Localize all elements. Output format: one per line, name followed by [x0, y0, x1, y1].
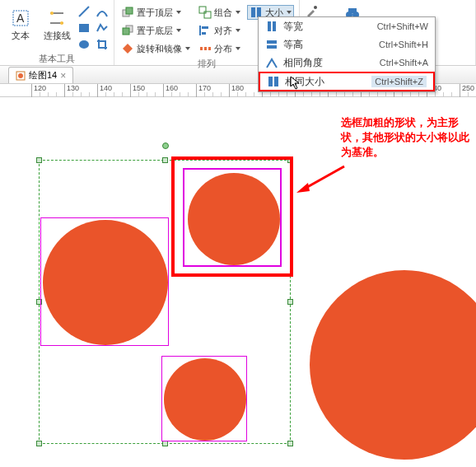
caret-icon	[236, 47, 240, 50]
group-button[interactable]: 组合	[197, 5, 242, 20]
size-dropdown-menu: 等宽 Ctrl+Shift+W 等高 Ctrl+Shift+H 相同角度 Ctr…	[258, 16, 436, 92]
equal-height-icon	[265, 38, 278, 51]
align-icon	[198, 24, 212, 37]
shape-3[interactable]	[161, 356, 247, 441]
svg-rect-28	[267, 40, 277, 44]
annotation-text: 选框加粗的形状，为主形状，其他形状的大小将以此为基准。	[341, 115, 473, 161]
svg-line-34	[303, 166, 344, 189]
menu-item-equal-size[interactable]: 相同大小 Ctrl+Shift+Z	[259, 72, 435, 91]
svg-point-3	[60, 21, 63, 25]
svg-point-6	[79, 40, 89, 49]
connector-label: 连接线	[44, 30, 71, 42]
polyline-icon[interactable]	[96, 21, 109, 35]
svg-rect-11	[199, 7, 206, 13]
svg-marker-35	[296, 183, 310, 193]
bring-front-icon	[121, 6, 134, 19]
tab-title: 绘图14	[29, 69, 57, 82]
curve-icon[interactable]	[96, 5, 109, 18]
svg-rect-8	[126, 7, 133, 14]
align-button[interactable]: 对齐	[197, 23, 242, 38]
ellipse-icon[interactable]	[77, 38, 91, 51]
svg-rect-15	[202, 32, 206, 35]
annotation-arrow	[295, 163, 349, 196]
svg-rect-12	[204, 12, 211, 18]
text-label: 文本	[12, 30, 30, 42]
equal-angle-icon	[265, 56, 278, 69]
group-label-basic: 基本工具	[5, 51, 109, 67]
svg-point-21	[314, 6, 317, 9]
cursor-icon	[290, 76, 301, 91]
distribute-icon	[198, 42, 212, 55]
rotate-handle[interactable]	[162, 142, 169, 149]
svg-rect-31	[274, 77, 278, 86]
shape-main[interactable]	[183, 168, 282, 267]
caret-icon	[176, 11, 181, 14]
shape-2[interactable]	[40, 217, 169, 346]
svg-rect-29	[267, 45, 277, 49]
document-tab[interactable]: 绘图14 ×	[8, 67, 73, 83]
rotate-icon	[121, 42, 134, 55]
caret-icon	[176, 29, 181, 32]
svg-rect-16	[200, 47, 203, 50]
group-icon	[198, 6, 212, 19]
handle-sw[interactable]	[36, 441, 42, 446]
svg-rect-14	[202, 26, 208, 29]
rotate-button[interactable]: 旋转和镜像	[119, 41, 192, 56]
menu-item-equal-angle[interactable]: 相同角度 Ctrl+Shift+A	[259, 54, 435, 72]
svg-point-2	[50, 12, 54, 15]
menu-item-equal-height[interactable]: 等高 Ctrl+Shift+H	[259, 35, 435, 54]
svg-rect-10	[123, 28, 129, 35]
svg-line-4	[79, 7, 89, 16]
text-button[interactable]: A 文本	[5, 2, 36, 48]
svg-rect-19	[251, 7, 255, 17]
send-back-button[interactable]: 置于底层	[119, 23, 192, 38]
handle-e[interactable]	[287, 299, 293, 305]
text-icon: A	[11, 8, 30, 28]
menu-item-equal-width[interactable]: 等宽 Ctrl+Shift+W	[259, 17, 435, 35]
caret-icon	[287, 11, 292, 14]
shape-icons	[77, 2, 109, 51]
connector-button[interactable]: 连接线	[41, 2, 72, 48]
svg-text:A: A	[16, 12, 25, 25]
svg-rect-30	[268, 77, 273, 86]
close-icon[interactable]: ×	[60, 70, 66, 82]
equal-size-icon	[267, 75, 280, 88]
equal-width-icon	[265, 20, 278, 33]
svg-rect-17	[204, 47, 207, 50]
svg-rect-26	[268, 21, 271, 31]
shape-4[interactable]	[310, 270, 476, 460]
handle-s[interactable]	[162, 441, 168, 446]
send-back-icon	[121, 24, 134, 37]
caret-icon	[185, 47, 190, 50]
line-icon[interactable]	[77, 5, 91, 18]
bring-front-button[interactable]: 置于顶层	[119, 5, 192, 20]
connector-icon	[47, 8, 67, 28]
svg-rect-18	[208, 47, 211, 50]
crop-icon[interactable]	[96, 38, 109, 51]
canvas[interactable]: 选框加粗的形状，为主形状，其他形状的大小将以此为基准。	[0, 97, 476, 467]
svg-rect-25	[348, 8, 357, 13]
handle-se[interactable]	[287, 441, 293, 446]
caret-icon	[236, 29, 240, 32]
handle-n[interactable]	[162, 157, 168, 163]
svg-rect-5	[79, 24, 89, 32]
caret-icon	[236, 11, 240, 14]
svg-rect-27	[273, 21, 276, 31]
distribute-button[interactable]: 分布	[197, 41, 242, 56]
ribbon-group-basic: A 文本 连接线 基本	[0, 0, 114, 65]
doc-icon	[16, 71, 26, 81]
svg-point-33	[18, 73, 23, 78]
handle-nw[interactable]	[36, 157, 42, 163]
rect-icon[interactable]	[77, 21, 91, 35]
